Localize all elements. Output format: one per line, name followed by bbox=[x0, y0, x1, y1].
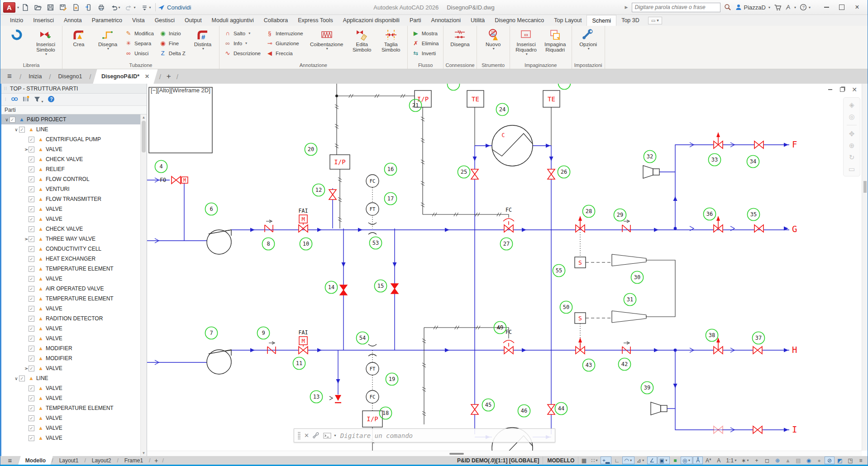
tree-item-line[interactable]: ∨✓▲LINE bbox=[1, 373, 140, 383]
pipe-line[interactable] bbox=[675, 145, 789, 228]
pan-icon[interactable]: ✥ bbox=[849, 130, 855, 137]
steering-wheel-icon[interactable]: ◎ bbox=[849, 113, 854, 120]
vertical-scroll-thumb[interactable] bbox=[863, 181, 867, 193]
maximize-button[interactable] bbox=[834, 1, 849, 13]
coibentazione-button[interactable]: Coibentazione▼ bbox=[307, 27, 346, 50]
palette-filter-icon[interactable]: ▾ bbox=[33, 95, 43, 104]
tree-checkbox[interactable]: ✓ bbox=[29, 425, 34, 431]
layout-tab-modello[interactable]: Modello bbox=[18, 456, 53, 465]
tree-item-flow-control[interactable]: ✓▲FLOW CONTROL bbox=[1, 174, 140, 184]
tree-item-temperature-element[interactable]: ✓▲TEMPERATURE ELEMENT bbox=[1, 264, 140, 274]
command-close-icon[interactable]: ✕ bbox=[304, 432, 309, 439]
customize-menu-toggle[interactable]: ≡ bbox=[856, 456, 866, 464]
file-tab-close-icon[interactable]: ✕ bbox=[145, 73, 149, 80]
new-layout-button[interactable]: + bbox=[150, 457, 162, 464]
dynamic-input-toggle[interactable]: +▂ bbox=[601, 456, 611, 464]
mostra-button[interactable]: ▶Mostra bbox=[411, 29, 440, 38]
performance-toggle[interactable]: ◩ bbox=[835, 456, 845, 464]
descrizione-button[interactable]: ∿Descrizione bbox=[223, 48, 262, 58]
valve-symbol[interactable] bbox=[753, 347, 762, 354]
tree-checkbox[interactable]: ✓ bbox=[29, 276, 34, 282]
tree-checkbox[interactable]: ✓ bbox=[10, 117, 15, 123]
viewport-controls[interactable]: [−][Alto][Wireframe 2D] bbox=[151, 87, 210, 94]
print-button[interactable] bbox=[95, 1, 107, 13]
tree-checkbox[interactable]: ✓ bbox=[29, 157, 34, 162]
tree-item-modifier[interactable]: ✓▲MODIFIER bbox=[1, 343, 140, 353]
elimina-button[interactable]: ✗Elimina bbox=[411, 38, 440, 48]
tree-item-centrifugal-pump[interactable]: ✓▲CENTRIFUGAL PUMP bbox=[1, 134, 140, 144]
tree-checkbox[interactable]: ✓ bbox=[29, 435, 34, 441]
navigation-bar[interactable]: ◈ ◎ ✥ ⊕ ↻ ▭ bbox=[843, 97, 860, 176]
disegna-button[interactable]: Disegna bbox=[447, 27, 473, 47]
tree-item-valve[interactable]: ∨✓▲VALVE bbox=[1, 144, 140, 154]
expand-icon[interactable]: ∨ bbox=[14, 376, 19, 381]
angle-valve-symbol[interactable] bbox=[335, 395, 341, 401]
horizontal-scrollbar[interactable] bbox=[147, 451, 862, 456]
save-as-button[interactable] bbox=[57, 1, 69, 13]
horn-symbol[interactable] bbox=[643, 166, 653, 178]
export-button[interactable] bbox=[70, 1, 81, 13]
palette-help-icon[interactable]: ? bbox=[48, 95, 55, 104]
valve-symbol[interactable] bbox=[754, 141, 763, 148]
share-drawing-toggle[interactable]: ◉ bbox=[804, 456, 814, 464]
item-tag-partial[interactable] bbox=[448, 84, 460, 90]
tree-item-three-way-valve[interactable]: ∨✓▲THREE WAY VALVE bbox=[1, 234, 140, 244]
ribbon-tab-utilità[interactable]: Utilità bbox=[466, 15, 490, 26]
pid-logo-button[interactable] bbox=[4, 27, 30, 42]
ribbon-tab-top-3d[interactable]: Top 3D bbox=[616, 15, 644, 26]
ribbon-tab-express-tools[interactable]: Express Tools bbox=[293, 15, 338, 26]
units-toggle[interactable]: ▲ bbox=[783, 456, 793, 464]
expand-icon[interactable]: ∨ bbox=[4, 117, 10, 122]
valve-symbol[interactable] bbox=[754, 225, 763, 232]
tree-checkbox[interactable]: ✓ bbox=[29, 226, 34, 232]
tree-item-valve[interactable]: ✓▲VALVE bbox=[1, 433, 140, 443]
tree-item-radition-detector[interactable]: ✓▲RADITION DETECTOR bbox=[1, 314, 140, 323]
grid-toggle[interactable]: ▦ bbox=[579, 456, 589, 464]
tree-item-p-id-project[interactable]: ∨✓▲P&ID PROJECT bbox=[1, 114, 140, 124]
ribbon-tab-vista[interactable]: Vista bbox=[127, 15, 150, 26]
tree-item-air-operated-valve[interactable]: ✓▲AIR OPERATED VALVE bbox=[1, 284, 140, 294]
tree-item-valve[interactable]: ✓▲VALVE bbox=[1, 393, 140, 403]
valve-symbol[interactable] bbox=[329, 190, 336, 200]
clean-screen-toggle[interactable]: ⊘ bbox=[825, 456, 835, 464]
space-toggle-button[interactable]: MODELLO bbox=[544, 456, 578, 464]
tree-checkbox[interactable]: ✓ bbox=[19, 127, 25, 133]
new-drawing-tab-button[interactable]: + bbox=[162, 69, 176, 84]
redo-button[interactable]: ▾ bbox=[123, 1, 138, 13]
valve-symbol[interactable] bbox=[504, 347, 513, 354]
palette-display-icon[interactable] bbox=[22, 95, 29, 104]
drawing-canvas[interactable]: [−][Alto][Wireframe 2D] ✕ ◈ ◎ ✥ ⊕ ↻ ▭ MM… bbox=[147, 84, 868, 456]
tree-item-valve[interactable]: ✓▲VALVE bbox=[1, 333, 140, 343]
tree-item-valve[interactable]: ✓▲VALVE bbox=[1, 423, 140, 433]
tree-item-conductivity-cell[interactable]: ✓▲CONDUCTIVITY CELL bbox=[1, 244, 140, 254]
command-prompt-icon[interactable]: ▼ bbox=[323, 433, 337, 439]
tree-item-modifier[interactable]: ✓▲MODIFIER bbox=[1, 353, 140, 363]
ribbon-tab-applicazioni-disponibili[interactable]: Applicazioni disponibili bbox=[338, 15, 405, 26]
tree-checkbox[interactable]: ✓ bbox=[29, 395, 34, 401]
fine-button[interactable]: ◉Fine bbox=[158, 38, 187, 48]
tree-checkbox[interactable]: ✓ bbox=[29, 366, 34, 371]
ribbon-tab-output[interactable]: Output bbox=[180, 15, 207, 26]
tree-checkbox[interactable]: ✓ bbox=[29, 147, 34, 152]
command-grip-icon[interactable] bbox=[298, 432, 300, 440]
delta-z-button[interactable]: ZDelta Z bbox=[158, 48, 187, 58]
tree-checkbox[interactable]: ✓ bbox=[29, 326, 34, 332]
crea-button[interactable]: Crea bbox=[66, 27, 92, 47]
mobile-upload-button[interactable] bbox=[82, 1, 94, 13]
scroll-down-icon[interactable]: ▼ bbox=[141, 451, 147, 455]
valve-symbol[interactable] bbox=[340, 285, 347, 295]
cart-icon[interactable] bbox=[774, 4, 782, 11]
scroll-up-icon[interactable]: ▲ bbox=[141, 115, 147, 119]
distinta-button[interactable]: #Distinta▼ bbox=[190, 27, 216, 50]
valve-symbol[interactable] bbox=[504, 225, 513, 232]
freccia-button[interactable]: ◀Freccia bbox=[265, 48, 305, 58]
annotation-visibility-toggle[interactable]: Å bbox=[693, 456, 703, 464]
doc-minimize-icon[interactable] bbox=[827, 86, 833, 93]
taglia-simbolo-button[interactable]: TagliaSimbolo bbox=[378, 27, 404, 52]
palette-grip-icon[interactable]: ⁞⁞ bbox=[4, 86, 7, 91]
pid-diagram[interactable]: MMMI/PTETEI/PI/PSSFCFTFTFC46789101112131… bbox=[147, 84, 868, 456]
drawing-status-button[interactable]: P&ID DEMO(.0)[1:1] [GLOBALE] bbox=[453, 456, 543, 464]
inizio-button[interactable]: ◉Inizio bbox=[158, 29, 187, 38]
tree-checkbox[interactable]: ✓ bbox=[29, 236, 34, 242]
viewcube-icon[interactable]: ◈ bbox=[849, 101, 854, 108]
